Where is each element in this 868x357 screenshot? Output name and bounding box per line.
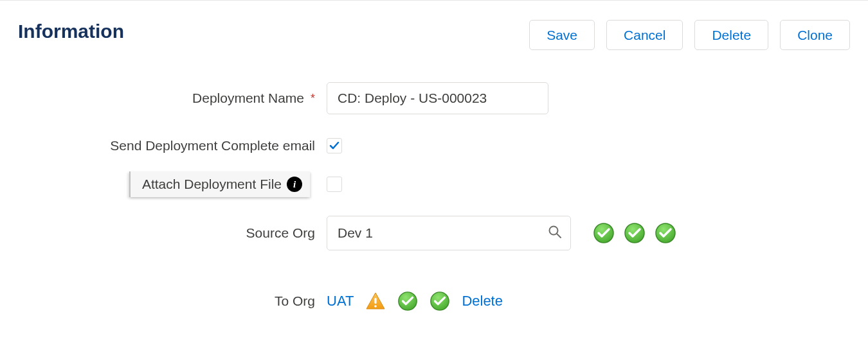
source-org-input[interactable]	[327, 216, 571, 250]
clone-button[interactable]: Clone	[780, 20, 850, 50]
deployment-name-input[interactable]	[327, 82, 548, 114]
status-ok-icon	[624, 222, 646, 244]
save-button[interactable]: Save	[529, 20, 595, 50]
source-org-label: Source Org	[246, 225, 315, 241]
svg-point-6	[375, 305, 377, 308]
field-send-email: Send Deployment Complete email	[18, 132, 850, 159]
to-org-link[interactable]: UAT	[327, 293, 354, 309]
to-org-delete-link[interactable]: Delete	[462, 293, 503, 309]
status-ok-icon	[397, 291, 418, 311]
status-ok-icon	[593, 222, 615, 244]
send-email-checkbox[interactable]	[327, 138, 342, 153]
check-icon	[329, 141, 339, 151]
field-deployment-name: Deployment Name *	[18, 82, 850, 114]
required-indicator: *	[311, 92, 315, 105]
field-source-org: Source Org	[18, 216, 850, 250]
status-ok-icon	[429, 291, 450, 311]
cancel-button[interactable]: Cancel	[606, 20, 683, 50]
action-buttons: Save Cancel Delete Clone	[529, 20, 850, 50]
attach-file-checkbox[interactable]	[327, 177, 342, 192]
field-attach-file: Attach Deployment File i	[18, 171, 850, 198]
status-warn-icon	[365, 291, 386, 311]
to-org-label: To Org	[275, 293, 315, 309]
svg-rect-5	[375, 298, 377, 304]
send-email-label: Send Deployment Complete email	[110, 138, 315, 153]
status-ok-icon	[655, 222, 676, 244]
deployment-name-label: Deployment Name	[192, 91, 304, 106]
delete-button[interactable]: Delete	[694, 20, 768, 50]
attach-file-label: Attach Deployment File	[142, 177, 282, 192]
field-to-org: To Org UAT Delete	[18, 288, 850, 315]
section-title: Information	[18, 20, 124, 43]
info-icon[interactable]: i	[287, 177, 302, 192]
